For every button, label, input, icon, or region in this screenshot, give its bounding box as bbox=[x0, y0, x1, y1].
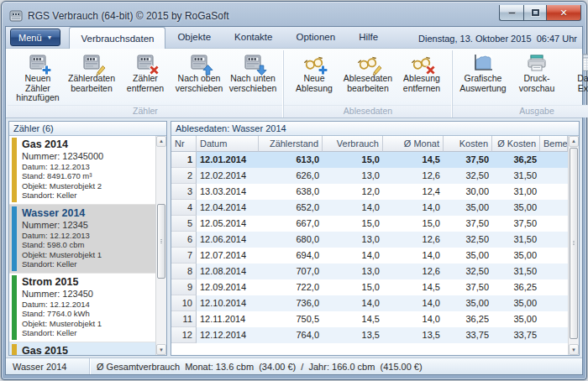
row-number-cell: 8 bbox=[171, 264, 197, 279]
ribbon-button-nach-unten-verschieben[interactable]: Nach unten verschieben bbox=[226, 51, 280, 95]
ribbon-button-ablesedaten-bearbeiten[interactable]: Ablesedaten bearbeiten bbox=[341, 51, 395, 95]
ribbon-button-neuen-zähler-hinzufügen[interactable]: Neuen Zähler hinzufügen bbox=[11, 51, 65, 105]
table-cell: 12.11.2014 bbox=[197, 311, 259, 327]
table-cell: 14,0 bbox=[383, 200, 444, 216]
ribbon-button-grafische-auswertung[interactable]: Grafische Auswertung bbox=[456, 51, 510, 95]
table-row[interactable]: 1212.12.2014764,013,513,533,7533,75 bbox=[171, 327, 568, 343]
table-row[interactable]: 212.02.2014626,013,012,632,5031,50 bbox=[171, 168, 568, 184]
table-row[interactable]: 1012.10.2014736,014,014,035,0035,00 bbox=[171, 295, 568, 311]
meter-icon bbox=[242, 53, 264, 74]
ribbon-group-ablesedaten: Neue Ablesung Ablesedaten bearbeiten Abl… bbox=[283, 50, 452, 117]
meter-item-gas-2014[interactable]: Gas 2014Nummer: 12345000Datum: 12.12.201… bbox=[9, 136, 155, 205]
tab-kontakte[interactable]: Kontakte bbox=[223, 26, 284, 46]
meter-icon bbox=[81, 53, 102, 74]
table-cell bbox=[540, 168, 568, 184]
table-cell: 12,6 bbox=[383, 264, 444, 279]
column-header-datum[interactable]: Datum bbox=[197, 136, 259, 152]
sidebar-scroll-thumb[interactable] bbox=[157, 204, 165, 279]
ribbon-button-ablesung-entfernen[interactable]: Ablesung entfernen bbox=[395, 51, 449, 95]
meter-item-detail: Datum: 12.12.2013 bbox=[22, 231, 152, 241]
table-cell: 15,0 bbox=[383, 216, 444, 232]
table-row[interactable]: 313.03.2014638,012,012,430,0031,00 bbox=[171, 184, 568, 200]
menu-button-label: Menü bbox=[18, 33, 42, 43]
ribbon-button-label: Neue Ablesung bbox=[296, 74, 333, 93]
sidebar-scrollbar[interactable]: ▲ ▼ bbox=[155, 136, 166, 356]
meter-item-title: Gas 2014 bbox=[22, 138, 152, 150]
meter-item-detail: Objekt: Musterobjekt 2 bbox=[22, 181, 152, 191]
meter-item-detail: Datum: 12.12.2014 bbox=[22, 300, 152, 310]
column-header-kosten[interactable]: Kosten bbox=[444, 136, 492, 152]
table-row[interactable]: 112.01.2014613,015,014,537,5036,25 bbox=[171, 152, 568, 168]
ribbon-button-zählerdaten-bearbeiten[interactable]: Zählerdaten bearbeiten bbox=[65, 51, 118, 95]
table-cell: 15,0 bbox=[323, 216, 383, 232]
row-number-cell: 6 bbox=[171, 232, 197, 248]
ribbon-button-zähler-entfernen[interactable]: Zähler entfernen bbox=[118, 51, 172, 95]
meter-item-wasser-2014[interactable]: Wasser 2014Nummer: 12345Datum: 12.12.201… bbox=[9, 205, 155, 274]
column-header-kosten[interactable]: Ø Kosten bbox=[492, 136, 540, 152]
ribbon-button-label: Nach oben verschieben bbox=[176, 74, 223, 93]
meter-icon bbox=[188, 53, 210, 74]
scroll-up-icon[interactable]: ▲ bbox=[569, 136, 579, 147]
table-cell: 37,50 bbox=[444, 152, 492, 168]
app-window: RGS Verbrauch (64-bit) © 2015 by RoGaSof… bbox=[1, 1, 587, 380]
table-cell: 12,6 bbox=[383, 168, 444, 184]
meter-color-bar bbox=[12, 344, 17, 356]
table-row[interactable]: 412.04.2014652,014,014,035,0035,00 bbox=[171, 200, 568, 216]
table-cell bbox=[540, 184, 568, 200]
sidebar-scroll-track[interactable] bbox=[156, 147, 166, 345]
table-scroll-thumb[interactable] bbox=[570, 148, 578, 339]
table-row[interactable]: 912.09.2014722,015,014,537,5036,25 bbox=[171, 279, 568, 295]
table-cell: 14,0 bbox=[323, 248, 383, 264]
column-header-monat[interactable]: Ø Monat bbox=[383, 136, 444, 152]
ribbon-button-neue-ablesung[interactable]: Neue Ablesung bbox=[287, 51, 341, 95]
scroll-down-icon[interactable]: ▼ bbox=[569, 344, 579, 355]
meter-item-detail: Stand: 598.0 cbm bbox=[22, 240, 152, 250]
table-scrollbar[interactable]: ▲ ▼ bbox=[568, 136, 579, 356]
up-overlay-icon bbox=[202, 65, 213, 76]
table-cell: 12.12.2014 bbox=[197, 327, 259, 343]
meter-item-title: Wasser 2014 bbox=[22, 207, 152, 219]
table-cell bbox=[540, 216, 568, 232]
table-cell: 13,5 bbox=[323, 327, 383, 343]
tab-hilfe[interactable]: Hilfe bbox=[347, 26, 390, 46]
meter-item-gas-2015[interactable]: Gas 2015Nummer: 12345000Datum: 01.01.201… bbox=[9, 342, 155, 356]
column-header-verbrauch[interactable]: Verbrauch bbox=[323, 136, 383, 152]
chart-icon bbox=[472, 53, 494, 74]
column-header-nr[interactable]: Nr bbox=[171, 136, 197, 152]
table-row[interactable]: 712.07.2014694,014,014,035,0035,00 bbox=[171, 248, 568, 264]
table-cell: 12.08.2014 bbox=[197, 264, 259, 279]
meter-item-detail: Stand: 8491.670 m³ bbox=[22, 171, 152, 181]
table-cell: 14,5 bbox=[323, 311, 383, 327]
table-row[interactable]: 812.08.2014707,013,012,632,5031,50 bbox=[171, 264, 568, 279]
tab-optionen[interactable]: Optionen bbox=[284, 26, 347, 46]
table-cell: 33,75 bbox=[444, 327, 492, 343]
maximize-button[interactable] bbox=[523, 5, 546, 21]
table-row[interactable]: 1112.11.2014750,514,514,036,2535,00 bbox=[171, 311, 568, 327]
table-scroll-track[interactable] bbox=[569, 147, 579, 345]
table-row[interactable]: 612.06.2014680,013,012,632,5031,50 bbox=[171, 232, 568, 248]
meter-color-bar bbox=[12, 206, 17, 271]
title-bar[interactable]: RGS Verbrauch (64-bit) © 2015 by RoGaSof… bbox=[2, 2, 586, 26]
meter-item-strom-2015[interactable]: Strom 2015Nummer: 123450Datum: 12.12.201… bbox=[9, 274, 155, 342]
ribbon-button-nach-oben-verschieben[interactable]: Nach oben verschieben bbox=[172, 51, 226, 95]
table-cell: 31,00 bbox=[492, 184, 540, 200]
ribbon-button-daten-export[interactable]: Daten- Export bbox=[564, 51, 588, 95]
table-row[interactable]: 512.05.2014667,015,015,037,5037,50 bbox=[171, 216, 568, 232]
menu-dropdown-button[interactable]: Menü ▼ bbox=[10, 29, 60, 46]
table-cell: 13,0 bbox=[323, 264, 383, 279]
table-cell: 12.06.2014 bbox=[197, 232, 259, 248]
close-button[interactable]: ✕ bbox=[546, 5, 581, 21]
scroll-down-icon[interactable]: ▼ bbox=[156, 344, 166, 355]
tab-verbrauchsdaten[interactable]: Verbrauchsdaten bbox=[69, 27, 165, 49]
table-cell: 37,50 bbox=[492, 216, 540, 232]
tab-objekte[interactable]: Objekte bbox=[165, 26, 223, 46]
scroll-up-icon[interactable]: ▲ bbox=[156, 136, 166, 147]
column-header-zählerstand[interactable]: Zählerstand bbox=[259, 136, 323, 152]
row-number-cell: 9 bbox=[171, 279, 197, 295]
minimize-button[interactable] bbox=[499, 5, 523, 21]
table-cell: 14,0 bbox=[383, 295, 444, 311]
table-header-row: NrDatumZählerstandVerbrauchØ MonatKosten… bbox=[171, 136, 568, 152]
column-header-bemerkung[interactable]: Bemerkung bbox=[540, 136, 568, 152]
ribbon-button-druck-vorschau[interactable]: Druck- vorschau bbox=[510, 51, 564, 95]
table-cell: 14,0 bbox=[323, 200, 383, 216]
